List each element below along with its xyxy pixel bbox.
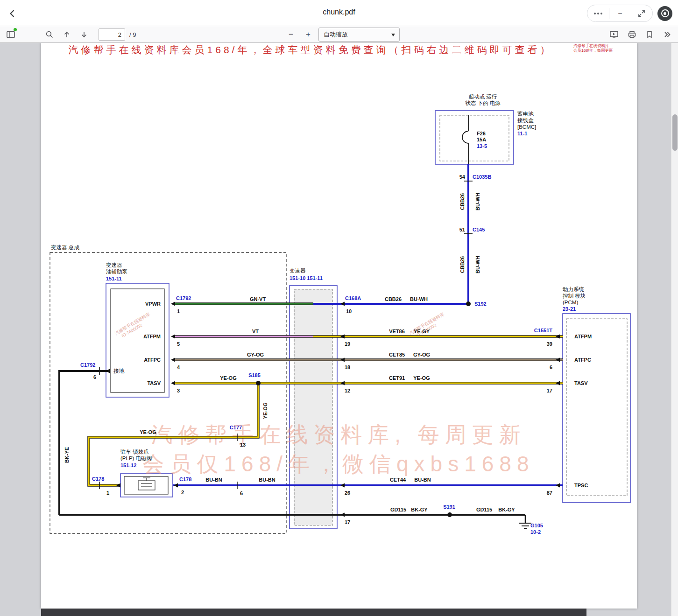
pin-label: 4 (177, 364, 180, 370)
search-button[interactable] (42, 28, 56, 42)
watermark-line1: 汽修帮手在线资料库, 每周更新 (151, 422, 526, 447)
arrow (340, 483, 345, 488)
plp-solenoid-box (120, 474, 173, 497)
wire-color-label: YE-OG (413, 375, 430, 381)
page-number-input[interactable] (99, 28, 125, 41)
circuit-label: GD115 (390, 507, 406, 512)
top-right-red-note: 会员168/年，每周更新 (573, 48, 613, 53)
vertical-scrollbar[interactable] (671, 43, 678, 616)
print-button[interactable] (625, 28, 639, 42)
page-count-label: / 9 (129, 31, 136, 38)
svg-text:BU-WH: BU-WH (475, 193, 480, 210)
pdf-toolbar: / 9 − + 自动缩放 (0, 26, 678, 43)
wire-color-label: YE-OG (220, 375, 236, 381)
bcmc-outline (435, 111, 514, 164)
pin-label: 6 (240, 490, 243, 496)
sidebar-toggle-button[interactable] (4, 28, 18, 42)
bookmark-button[interactable] (643, 28, 657, 42)
wire-color-label: GY-OG (413, 352, 430, 357)
pcm-pin-label: TASV (574, 380, 588, 386)
zoom-out-button[interactable]: − (284, 28, 298, 42)
toolbar-right-group (607, 28, 674, 42)
plp-inner (124, 476, 168, 494)
wire-color-label: BU-BN (259, 477, 275, 483)
pump-label: 变速器 (106, 262, 122, 268)
ground-symbol-icon (519, 523, 531, 529)
fuse-name-label: F26 (477, 131, 486, 136)
wire-color-label: GN-VT (250, 296, 266, 302)
minimize-button[interactable]: − (609, 5, 631, 21)
plp-label: 驻车 锁棘爪 (120, 449, 149, 455)
sidebar-icon (6, 30, 15, 39)
wire-color-label: YE-OG (262, 402, 268, 419)
wire-color-label: YE-OG (140, 429, 156, 435)
wire-color-label: BK-GY (411, 507, 428, 512)
pin-label: 3 (177, 388, 180, 393)
pin-label: 39 (547, 341, 552, 347)
power-source-label: 起动或 运行 (469, 94, 497, 99)
circuit-label: VET86 (389, 329, 405, 334)
pdf-page: 汽修帮手在线资料库, 每周更新 会员仅168/年，微信qxbs1688 汽修帮手… (41, 43, 637, 609)
plp-label: (PLP) 电磁阀 (120, 455, 152, 461)
connector-label: C1792 (176, 295, 191, 301)
circuit-label: CET91 (389, 375, 405, 381)
pump-pin-label: ATFPC (144, 357, 161, 363)
zoom-in-button[interactable]: + (301, 28, 315, 42)
svg-text:BK-YE: BK-YE (64, 447, 70, 463)
pin-label: 6 (550, 364, 552, 370)
zoom-select-value: 自动缩放 (324, 30, 348, 39)
pin-label: 51 (459, 227, 465, 232)
more-tools-button[interactable] (660, 28, 674, 42)
bcmc-label: 蓄电池 (517, 111, 534, 117)
connector-label: C178 (179, 476, 191, 482)
arrow (174, 483, 178, 488)
pump-label: 油辅助泵 (106, 269, 127, 274)
record-button[interactable] (657, 6, 672, 21)
bcmc-page-ref: 11-1 (517, 131, 527, 136)
wire-color-label: VT (252, 329, 259, 334)
zoom-select[interactable]: 自动缩放 (318, 28, 400, 42)
arrow (171, 358, 175, 362)
browser-titlebar: chunk.pdf − (0, 0, 678, 26)
arrow (340, 302, 345, 306)
presentation-mode-button[interactable] (607, 28, 621, 42)
wire-color-label: BU-WH (410, 296, 428, 302)
circuit-label: GD115 (476, 507, 492, 512)
wire-color-label: BU-BN (205, 477, 222, 483)
battery-junction-box (435, 111, 514, 164)
wire-color-label: GY-OG (247, 352, 264, 357)
expand-button[interactable] (631, 5, 652, 21)
arrow (340, 335, 345, 339)
pin-label: 18 (345, 364, 350, 370)
transmission-inner-dashed (294, 289, 332, 525)
pcm-pin-label: TPSC (574, 483, 588, 488)
power-source-label: 状态 下的 电源 (465, 100, 501, 106)
pump-pin-label: VPWR (145, 301, 161, 307)
bcmc-inner-dashed (440, 115, 509, 161)
presentation-icon (609, 30, 619, 39)
arrow (556, 358, 560, 362)
scrollbar-thumb[interactable] (672, 114, 678, 151)
plp-page-ref: 151-12 (120, 462, 136, 468)
pcm-label: 动力系统 (562, 287, 585, 292)
circuit-label: CBB26 (385, 296, 402, 302)
ground-ref-label: G105 (530, 523, 543, 528)
more-options-button[interactable] (587, 5, 609, 21)
minimize-icon: − (618, 9, 622, 18)
next-page-button[interactable] (77, 28, 91, 42)
bottom-bar (41, 609, 586, 616)
wiring-diagram: 汽修帮手在线资料库, 每周更新 会员仅168/年，微信qxbs1688 汽修帮手… (41, 43, 637, 609)
pin-label: 12 (345, 388, 350, 393)
pin-label: 17 (547, 388, 552, 393)
print-icon (628, 30, 636, 39)
previous-page-button[interactable] (60, 28, 74, 42)
svg-text:YE-OG: YE-OG (262, 402, 268, 419)
pcm-page-ref: 23-21 (563, 306, 576, 312)
pcm-box (563, 314, 630, 503)
toolbar-left-group: / 9 (4, 28, 136, 42)
bcmc-label: [BCMC] (517, 124, 536, 130)
pin-label: 13 (240, 442, 246, 448)
pdf-viewer-content: 汽修帮手在线资料库, 每周更新 会员仅168/年，微信qxbs1688 汽修帮手… (0, 43, 678, 616)
bcmc-label: 接线盒 (517, 118, 534, 123)
arrow (556, 335, 560, 339)
